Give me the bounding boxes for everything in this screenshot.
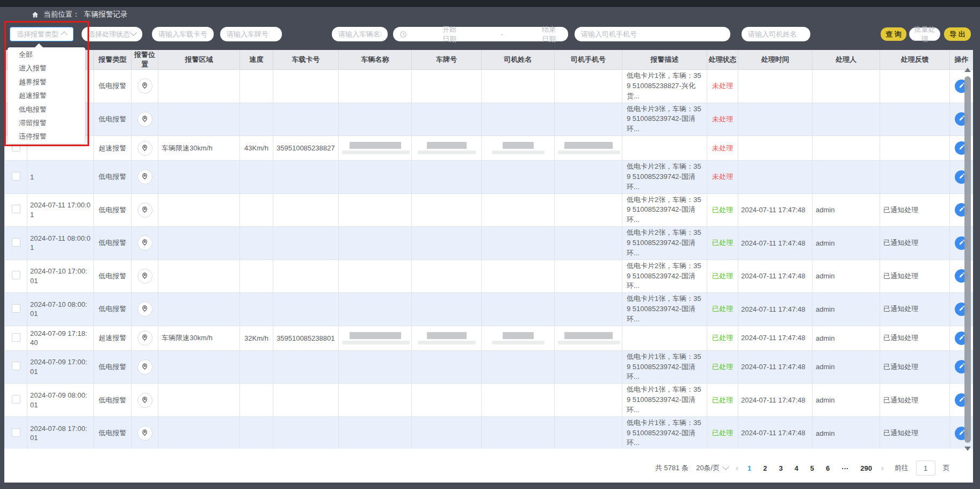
location-pin-button[interactable]	[137, 203, 153, 218]
location-pin-button[interactable]	[137, 169, 153, 184]
row-checkbox[interactable]	[12, 428, 20, 437]
dropdown-option[interactable]: 越界报警	[8, 75, 85, 89]
process-status-cell: 已处理	[707, 227, 738, 260]
prev-page-button[interactable]: ‹	[736, 464, 738, 472]
date-range-picker[interactable]: 开始日期 - 结束日期	[393, 27, 568, 41]
speed-cell	[240, 416, 273, 449]
vehicle-name-cell	[339, 161, 412, 194]
column-header: 操作	[950, 50, 974, 70]
location-pin-button[interactable]	[137, 141, 153, 156]
status-badge: 已处理	[712, 429, 733, 437]
alarm-type-cell: 低电报警	[94, 350, 132, 384]
redacted-block	[503, 332, 534, 339]
scrollbar-down-arrow[interactable]	[964, 447, 971, 451]
pencil-icon	[959, 363, 965, 371]
home-icon	[31, 11, 39, 19]
batch-process-button[interactable]: 批量处理	[909, 27, 940, 41]
location-pin-button[interactable]	[137, 301, 153, 317]
location-pin-button[interactable]	[137, 330, 153, 346]
driver-name-input[interactable]	[742, 27, 810, 41]
page-number[interactable]: 5	[809, 464, 816, 472]
row-checkbox[interactable]	[12, 172, 20, 181]
row-checkbox[interactable]	[12, 143, 20, 152]
row-checkbox[interactable]	[12, 333, 20, 342]
page-size-select[interactable]: 20条/页	[696, 463, 728, 473]
alarm-region-cell	[158, 293, 240, 326]
scrollbar-thumb[interactable]	[964, 76, 971, 443]
chevron-down-icon	[722, 463, 729, 470]
location-pin-button[interactable]	[137, 269, 153, 284]
dropdown-option[interactable]: 超速报警	[8, 89, 85, 102]
dropdown-option[interactable]: 进入报警	[8, 61, 85, 75]
location-pin-button[interactable]	[137, 426, 153, 441]
process-time-cell	[738, 103, 812, 136]
alarm-description-cell: 低电卡片1张，车辆：359 510085239742-国清环...	[622, 384, 707, 417]
location-pin-button[interactable]	[137, 78, 153, 94]
alarm-records-table: 报警类型报警位置报警区域速度车载卡号车辆名称车牌号司机姓名司机手机号报警描述处理…	[4, 50, 973, 449]
plate-number-cell	[412, 326, 482, 350]
handler-cell: admin	[812, 326, 880, 350]
map-pin-icon	[141, 304, 149, 314]
pagination-total: 共 5781 条	[655, 463, 688, 473]
alarm-location-cell	[132, 384, 158, 417]
process-status-select[interactable]: 选择处理状态	[82, 27, 142, 41]
page-number[interactable]: 2	[761, 464, 768, 472]
query-button[interactable]: 查 询	[881, 27, 906, 41]
alarm-region-cell	[158, 384, 240, 417]
alarm-type-select[interactable]: 选择报警类型	[10, 27, 74, 41]
driver-phone-cell	[555, 260, 622, 293]
page-number[interactable]: 1	[746, 464, 753, 472]
location-pin-button[interactable]	[137, 359, 153, 375]
next-page-button[interactable]: ›	[881, 464, 884, 472]
location-pin-button[interactable]	[137, 235, 153, 250]
page-number[interactable]: 4	[793, 464, 800, 472]
driver-phone-cell	[555, 161, 622, 194]
column-header: 报警位置	[132, 50, 158, 70]
row-checkbox-cell	[5, 326, 27, 350]
plate-number-input[interactable]	[220, 27, 282, 41]
alarm-time-cell: 2024-07-11 17:00:01	[27, 193, 94, 227]
row-checkbox[interactable]	[12, 238, 20, 247]
goto-page-input[interactable]	[916, 461, 935, 476]
location-pin-button[interactable]	[137, 112, 153, 127]
process-status-cell: 已处理	[707, 260, 738, 293]
feedback-cell: 已通知处理	[880, 350, 950, 384]
dropdown-option[interactable]: 低电报警	[8, 103, 85, 116]
dropdown-option[interactable]: 全部	[8, 48, 85, 61]
status-badge: 已处理	[712, 272, 733, 280]
table-row: 2024-07-10 17:00:01低电报警低电卡片2张，车辆：359 510…	[5, 260, 974, 293]
page-number[interactable]: 6	[824, 464, 831, 472]
status-badge: 未处理	[712, 172, 733, 181]
dropdown-option[interactable]: 违停报警	[8, 130, 85, 143]
speed-cell	[240, 193, 273, 227]
row-checkbox[interactable]	[12, 395, 20, 404]
speed-cell	[240, 70, 273, 103]
process-time-cell: 2024-07-11 17:47:48	[738, 293, 812, 326]
export-button[interactable]: 导 出	[944, 27, 971, 41]
alarm-location-cell	[132, 103, 158, 136]
driver-phone-input[interactable]	[575, 27, 730, 41]
scrollbar-up-arrow[interactable]	[964, 68, 971, 72]
redacted-smear	[492, 341, 545, 344]
dropdown-option[interactable]: 滞留报警	[8, 116, 85, 130]
pencil-icon	[959, 396, 965, 404]
driver-phone-cell	[555, 227, 622, 260]
vehicle-name-cell	[339, 326, 412, 350]
pencil-icon	[959, 239, 965, 247]
location-pin-button[interactable]	[137, 393, 153, 408]
row-checkbox[interactable]	[12, 271, 20, 279]
row-checkbox-cell	[5, 193, 27, 227]
breadcrumb-label: 当前位置：	[43, 10, 80, 19]
redacted-smear	[558, 341, 620, 344]
row-checkbox[interactable]	[12, 205, 20, 213]
driver-phone-cell	[555, 416, 622, 449]
page-number[interactable]: 290	[859, 464, 874, 472]
alarm-description-cell: 低电卡片2张，车辆：359 510085239742-国清环...	[622, 260, 707, 293]
row-checkbox[interactable]	[12, 362, 20, 370]
speed-cell	[240, 350, 273, 384]
column-header: 车载卡号	[273, 50, 339, 70]
page-number[interactable]: 3	[777, 464, 784, 472]
vehicle-name-input[interactable]	[332, 27, 388, 41]
card-number-input[interactable]	[152, 27, 214, 41]
row-checkbox[interactable]	[12, 304, 20, 313]
